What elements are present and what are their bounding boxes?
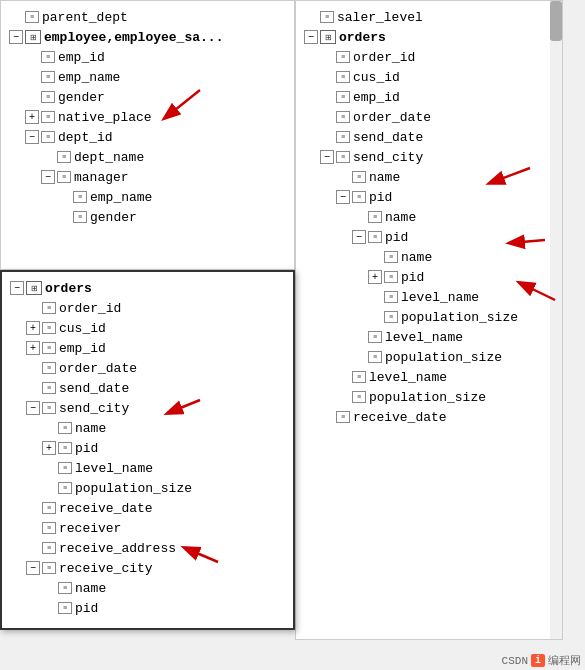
tree-node-pid-r2[interactable]: − ≡ pid (348, 227, 558, 247)
expander-minus[interactable]: − (10, 281, 24, 295)
field-icon: ≡ (352, 191, 366, 203)
expander-plus[interactable]: + (25, 110, 39, 124)
node-label: population_size (401, 310, 518, 325)
field-icon: ≡ (42, 502, 56, 514)
field-icon: ≡ (58, 462, 72, 474)
tree-node-pid-r1[interactable]: − ≡ pid (332, 187, 558, 207)
field-icon: ≡ (42, 402, 56, 414)
field-icon: ≡ (336, 411, 350, 423)
node-label: name (75, 421, 106, 436)
tree-node-cus-id-lb[interactable]: + ≡ cus_id (22, 318, 289, 338)
field-icon: ≡ (58, 442, 72, 454)
expander-minus[interactable]: − (336, 190, 350, 204)
table-icon: ⊞ (25, 30, 41, 44)
scrollbar[interactable] (550, 1, 562, 639)
tree-node-name-lb1: ≡ name (38, 418, 289, 438)
field-icon: ≡ (336, 111, 350, 123)
expander-plus[interactable]: + (368, 270, 382, 284)
tree-node-gender-lt3: ≡ gender (53, 207, 290, 227)
node-label: order_id (353, 50, 415, 65)
csdn-badge: i (531, 654, 545, 667)
expander-plus[interactable]: + (26, 341, 40, 355)
node-label: employee,employee_sa... (44, 30, 223, 45)
expander-minus[interactable]: − (26, 561, 40, 575)
node-label: saler_level (337, 10, 423, 25)
node-label: dept_name (74, 150, 144, 165)
expander-minus[interactable]: − (9, 30, 23, 44)
tree-node-emp-id-lb[interactable]: + ≡ emp_id (22, 338, 289, 358)
expander-minus[interactable]: − (304, 30, 318, 44)
tree-node-order-id-lb: ≡ order_id (22, 298, 289, 318)
left-bottom-tree-panel[interactable]: − ⊞ orders ≡ order_id + ≡ cus_id + ≡ emp… (0, 270, 295, 630)
tree-node-cus-id-r: ≡ cus_id (316, 67, 558, 87)
field-icon: ≡ (336, 51, 350, 63)
field-icon: ≡ (42, 542, 56, 554)
tree-node-send-city-r[interactable]: − ≡ send_city (316, 147, 558, 167)
node-label: orders (45, 281, 92, 296)
tree-node-manager-lt[interactable]: − ≡ manager (37, 167, 290, 187)
tree-node-level-name-lb: ≡ level_name (38, 458, 289, 478)
scrollbar-thumb[interactable] (550, 1, 562, 41)
node-label: name (385, 210, 416, 225)
right-tree-panel[interactable]: ≡ saler_level − ⊞ orders ≡ order_id ≡ cu… (295, 0, 563, 640)
field-icon: ≡ (384, 271, 398, 283)
field-icon: ≡ (368, 351, 382, 363)
tree-node-emp-id-lt: ≡ emp_id (21, 47, 290, 67)
node-label: pid (401, 270, 424, 285)
tree-node-dept-id-lt[interactable]: − ≡ dept_id (21, 127, 290, 147)
field-icon: ≡ (352, 371, 366, 383)
node-label: parent_dept (42, 10, 128, 25)
tree-node-orders-right[interactable]: − ⊞ orders (300, 27, 558, 47)
field-icon: ≡ (58, 602, 72, 614)
tree-node-employee-sa[interactable]: − ⊞ employee,employee_sa... (5, 27, 290, 47)
node-label: emp_name (58, 70, 120, 85)
node-label: send_city (59, 401, 129, 416)
tree-node-native-place-lt[interactable]: + ≡ native_place (21, 107, 290, 127)
expander-plus[interactable]: + (42, 441, 56, 455)
tree-node-pop-size-r1: ≡ population_size (364, 307, 558, 327)
expander-minus[interactable]: − (41, 170, 55, 184)
left-top-tree-panel[interactable]: ≡ parent_dept − ⊞ employee,employee_sa..… (0, 0, 295, 270)
node-label: receiver (59, 521, 121, 536)
tree-node-orders-lb[interactable]: − ⊞ orders (6, 278, 289, 298)
node-label: cus_id (353, 70, 400, 85)
expander-plus[interactable]: + (26, 321, 40, 335)
tree-node-pid-r3[interactable]: + ≡ pid (364, 267, 558, 287)
field-icon: ≡ (41, 51, 55, 63)
tree-node-pop-size-r3: ≡ population_size (332, 387, 558, 407)
table-icon: ⊞ (320, 30, 336, 44)
tree-node-order-date-lb: ≡ order_date (22, 358, 289, 378)
field-icon: ≡ (368, 331, 382, 343)
tree-node-receive-date-r: ≡ receive_date (316, 407, 558, 427)
node-label: level_name (369, 370, 447, 385)
node-label: native_place (58, 110, 152, 125)
right-tree-content: ≡ saler_level − ⊞ orders ≡ order_id ≡ cu… (296, 1, 562, 433)
field-icon: ≡ (41, 131, 55, 143)
node-label: order_date (59, 361, 137, 376)
field-icon: ≡ (336, 151, 350, 163)
tree-node-parent-dept: ≡ parent_dept (5, 7, 290, 27)
tree-node-pop-size-lb: ≡ population_size (38, 478, 289, 498)
left-bottom-tree-content: − ⊞ orders ≡ order_id + ≡ cus_id + ≡ emp… (2, 272, 293, 624)
tree-node-name-r2: ≡ name (348, 207, 558, 227)
expander-minus[interactable]: − (25, 130, 39, 144)
node-label: population_size (369, 390, 486, 405)
field-icon: ≡ (42, 562, 56, 574)
tree-node-send-date-r: ≡ send_date (316, 127, 558, 147)
field-icon: ≡ (42, 522, 56, 534)
tree-node-pop-size-r2: ≡ population_size (348, 347, 558, 367)
tree-node-receive-city-lb[interactable]: − ≡ receive_city (22, 558, 289, 578)
tree-node-receive-date-lb: ≡ receive_date (22, 498, 289, 518)
tree-node-pid-lb1[interactable]: + ≡ pid (38, 438, 289, 458)
tree-node-receive-address-lb: ≡ receive_address (22, 538, 289, 558)
node-label: emp_id (353, 90, 400, 105)
tree-node-send-city-lb[interactable]: − ≡ send_city (22, 398, 289, 418)
tree-node-emp-name-lt: ≡ emp_name (21, 67, 290, 87)
csdn-label: CSDN (502, 655, 528, 667)
expander-minus[interactable]: − (26, 401, 40, 415)
expander-minus[interactable]: − (320, 150, 334, 164)
expander-minus[interactable]: − (352, 230, 366, 244)
field-icon: ≡ (42, 322, 56, 334)
field-icon: ≡ (368, 231, 382, 243)
field-icon: ≡ (384, 291, 398, 303)
